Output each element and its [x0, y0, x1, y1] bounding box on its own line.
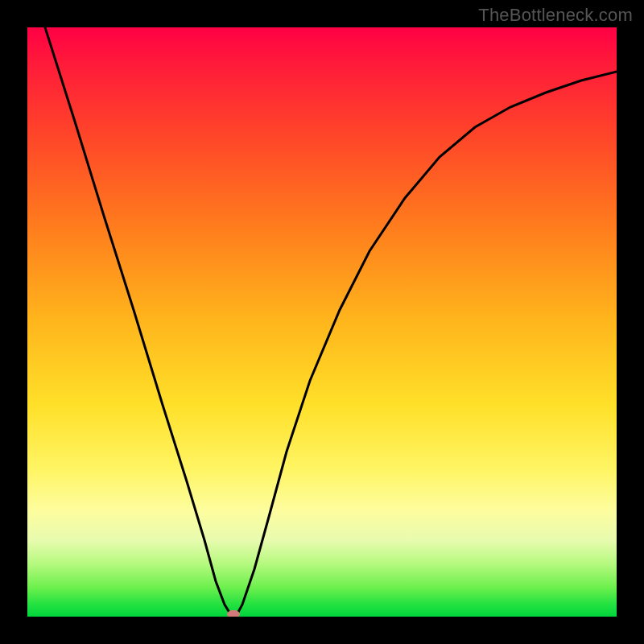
curve-path	[45, 27, 617, 615]
bottleneck-curve	[27, 27, 617, 617]
plot-area	[27, 27, 617, 617]
watermark-text: TheBottleneck.com	[478, 5, 633, 26]
chart-frame: TheBottleneck.com	[0, 0, 644, 644]
